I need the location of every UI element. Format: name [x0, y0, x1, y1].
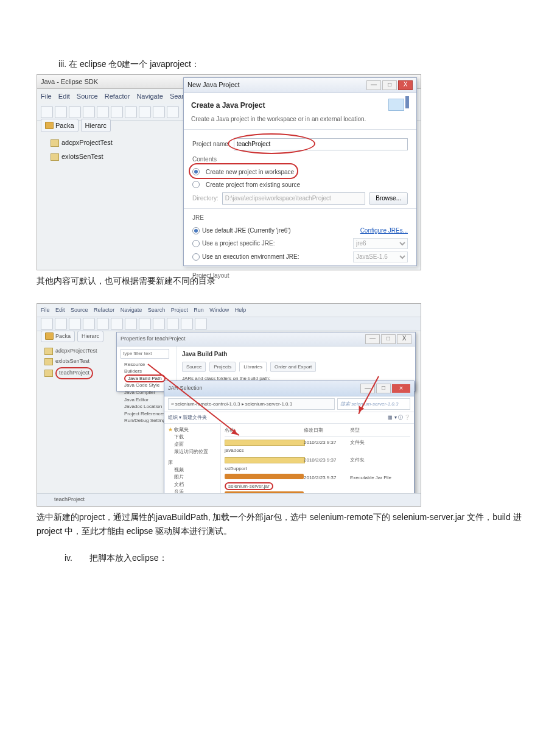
tab-source[interactable]: Source — [182, 362, 206, 373]
toolbar-btn[interactable] — [41, 318, 53, 330]
menu-source[interactable]: Source — [77, 93, 98, 100]
package-explorer[interactable]: Packa Hierarc adcpxProjectTest exlotsSen… — [41, 331, 108, 380]
toolbar-btn[interactable] — [125, 318, 137, 330]
tab-package[interactable]: Packa — [41, 119, 79, 133]
search-input[interactable]: 搜索 selenium-server-1.0.3 — [337, 398, 410, 410]
toolbar-btn[interactable] — [167, 106, 179, 118]
menu-run[interactable]: Run — [194, 307, 204, 313]
toolbar-left[interactable]: 组织 ▾ 新建文件夹 — [168, 413, 207, 422]
menu-help[interactable]: Help — [235, 307, 247, 313]
nav-videos[interactable]: 视频 — [168, 466, 217, 474]
prop-item[interactable]: Java Compiler — [124, 389, 169, 396]
tree-project[interactable]: exlotsSenTest — [41, 356, 108, 367]
env-jre-select[interactable]: JavaSE-1.6 — [353, 251, 408, 262]
prop-item[interactable]: Java Editor — [124, 396, 169, 404]
menu-window[interactable]: Window — [209, 307, 229, 313]
prop-item[interactable]: Java Code Style — [124, 382, 169, 389]
toolbar-btn[interactable] — [111, 318, 123, 330]
minimize-button[interactable]: — — [365, 334, 380, 344]
maximize-button[interactable]: □ — [382, 80, 397, 90]
view-icons[interactable]: ▦ ▾ ⓘ ❔ — [388, 413, 410, 422]
close-button[interactable]: × — [392, 384, 410, 393]
tree-project-selected[interactable]: teachProject — [41, 367, 108, 379]
eclipse-toolbar[interactable] — [37, 317, 421, 331]
nav-libraries[interactable]: 库 — [168, 459, 217, 466]
tab-projects[interactable]: Projects — [209, 362, 236, 373]
toolbar-btn[interactable] — [111, 106, 123, 118]
specific-jre-select[interactable]: jre6 — [353, 238, 408, 249]
menu-file[interactable]: File — [41, 93, 52, 100]
directory-input — [222, 192, 366, 205]
nav-panel[interactable]: ★ 收藏夹 下载 桌面 最近访问的位置 库 视频 图片 文档 音乐 — [164, 424, 221, 494]
file-row[interactable]: selenium-server.jar2010/2/23 9:37Executa… — [225, 473, 410, 491]
menu-edit[interactable]: Edit — [58, 93, 70, 100]
toolbar-btn[interactable] — [83, 318, 95, 330]
maximize-button[interactable]: □ — [376, 384, 391, 393]
file-row[interactable]: javadocs2010/2/23 9:37文件夹 — [225, 438, 410, 455]
menu-search[interactable]: Search — [148, 307, 166, 313]
toolbar-btn[interactable] — [181, 318, 193, 330]
menu-edit[interactable]: Edit — [55, 307, 65, 313]
file-row[interactable]: ssl5upport2010/2/23 9:37文件夹 — [225, 455, 410, 473]
toolbar-btn[interactable] — [69, 318, 81, 330]
prop-item[interactable]: Project References — [124, 410, 169, 418]
maximize-button[interactable]: □ — [381, 334, 396, 344]
tab-package[interactable]: Packa — [41, 331, 75, 342]
tab-libraries[interactable]: Libraries — [239, 362, 267, 373]
nav-downloads[interactable]: 下载 — [168, 434, 217, 441]
nav-documents[interactable]: 文档 — [168, 481, 217, 488]
package-explorer[interactable]: Packa Hierarc adcpxProjectTest exlotsSen… — [41, 119, 163, 164]
prop-item[interactable]: Javadoc Location — [124, 403, 169, 410]
browse-button[interactable]: Browse... — [369, 192, 408, 205]
tab-hierarchy[interactable]: Hierarc — [77, 331, 103, 342]
menu-navigate[interactable]: Navigate — [121, 307, 142, 313]
radio-default-jre[interactable]: Use default JRE (Currently 'jre6') — [192, 225, 291, 236]
toolbar-btn[interactable] — [167, 318, 179, 330]
menu-refactor[interactable]: Refactor — [105, 93, 130, 100]
eclipse-menu-bar[interactable]: File Edit Source Refactor Navigate Searc… — [37, 304, 421, 317]
tab-order[interactable]: Order and Export — [270, 362, 316, 373]
toolbar-btn[interactable] — [139, 106, 151, 118]
dialog-titlebar[interactable]: New Java Project — □ X — [184, 78, 416, 93]
tree-project[interactable]: adcpxProjectTest — [41, 346, 108, 356]
file-list[interactable]: 名称 修改日期 类型 javadocs2010/2/23 9:37文件夹ssl5… — [221, 424, 414, 494]
toolbar-btn[interactable] — [153, 318, 165, 330]
tree-project[interactable]: exlotsSenTest — [41, 150, 163, 164]
menu-project[interactable]: Project — [171, 307, 188, 313]
radio-env-jre[interactable]: Use an execution environment JRE: — [192, 251, 299, 262]
toolbar-btn[interactable] — [55, 318, 67, 330]
toolbar-btn[interactable] — [97, 106, 109, 118]
toolbar-btn[interactable] — [195, 318, 207, 330]
fig1-eclipse-new-project: Java - Eclipse SDK File Edit Source Refa… — [37, 74, 421, 270]
toolbar-btn[interactable] — [83, 106, 95, 118]
toolbar-btn[interactable] — [139, 318, 151, 330]
tree-project[interactable]: adcpxProjectTest — [41, 136, 163, 150]
configure-jres-link[interactable]: Configure JREs... — [360, 225, 408, 236]
minimize-button[interactable]: — — [366, 80, 381, 90]
menu-file[interactable]: File — [41, 307, 50, 313]
toolbar-btn[interactable] — [55, 106, 67, 118]
close-button[interactable]: X — [397, 334, 411, 344]
nav-pictures[interactable]: 图片 — [168, 474, 217, 481]
toolbar-btn[interactable] — [97, 318, 109, 330]
nav-fav[interactable]: 收藏夹 — [174, 427, 189, 432]
toolbar-btn[interactable] — [41, 106, 53, 118]
prop-item[interactable]: Run/Debug Settings — [124, 417, 169, 424]
menu-refactor[interactable]: Refactor — [94, 307, 114, 313]
tab-hierarchy[interactable]: Hierarc — [81, 119, 111, 133]
col-type[interactable]: 类型 — [350, 426, 360, 435]
radio-specific-jre[interactable]: Use a project specific JRE: — [192, 238, 275, 248]
nav-desktop[interactable]: 桌面 — [168, 441, 217, 448]
toolbar-btn[interactable] — [69, 106, 81, 118]
project-icon — [44, 358, 53, 365]
toolbar-btn[interactable] — [125, 106, 137, 118]
close-button[interactable]: X — [398, 80, 413, 90]
nav-recent[interactable]: 最近访问的位置 — [168, 448, 217, 455]
folder-icon — [225, 457, 305, 463]
toolbar-btn[interactable] — [153, 106, 165, 118]
radio-existing-source[interactable]: Create project from existing source — [192, 180, 408, 190]
filter-input[interactable] — [121, 349, 169, 359]
menu-source[interactable]: Source — [71, 307, 88, 313]
col-date[interactable]: 修改日期 — [304, 426, 350, 435]
menu-navigate[interactable]: Navigate — [136, 93, 163, 100]
